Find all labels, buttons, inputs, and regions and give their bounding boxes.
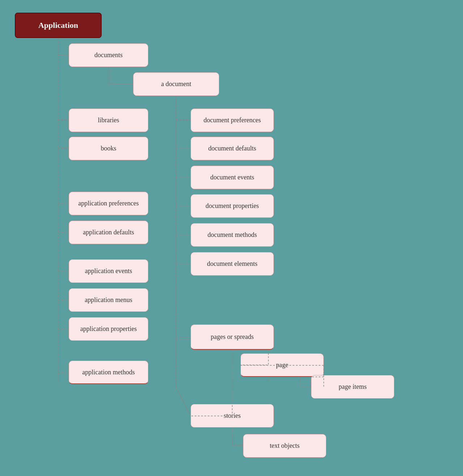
root-node: Application xyxy=(15,13,102,38)
page-items-node: page items xyxy=(311,375,394,399)
document-methods-node: document methods xyxy=(191,223,274,247)
document-elements-node: document elements xyxy=(191,252,274,276)
books-node: books xyxy=(69,137,148,160)
documents-node: documents xyxy=(69,43,148,67)
a-document-node: a document xyxy=(133,72,219,96)
document-defaults-node: document defaults xyxy=(191,137,274,160)
document-preferences-node: document preferences xyxy=(191,109,274,132)
application-events-node: application events xyxy=(69,259,148,283)
pages-or-spreads-node: pages or spreads xyxy=(191,324,274,350)
text-objects-node: text objects xyxy=(243,434,326,458)
document-properties-node: document properties xyxy=(191,194,274,218)
libraries-node: libraries xyxy=(69,109,148,132)
application-defaults-node: application defaults xyxy=(69,221,148,244)
stories-node: stories xyxy=(191,404,274,428)
document-events-node: document events xyxy=(191,166,274,189)
application-menus-node: application menus xyxy=(69,288,148,312)
page-node: page xyxy=(241,353,324,377)
diagram: Application documents a document librari… xyxy=(0,0,463,476)
application-properties-node: application properties xyxy=(69,317,148,341)
application-preferences-node: application preferences xyxy=(69,192,148,215)
application-methods-node: application methods xyxy=(69,361,148,384)
